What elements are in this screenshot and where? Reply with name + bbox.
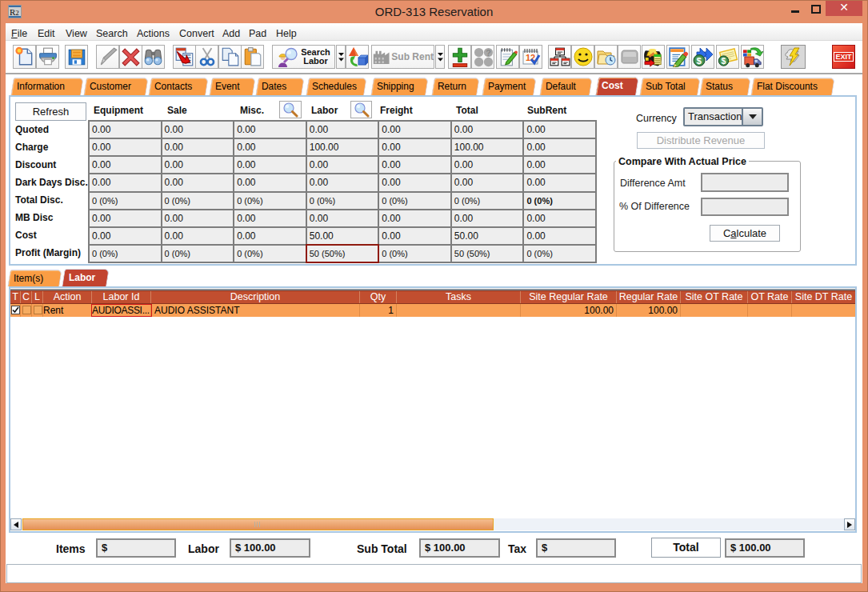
svg-text:?: ?	[486, 48, 491, 58]
svg-text:$: $	[721, 56, 726, 66]
svg-text:$: $	[696, 56, 702, 66]
